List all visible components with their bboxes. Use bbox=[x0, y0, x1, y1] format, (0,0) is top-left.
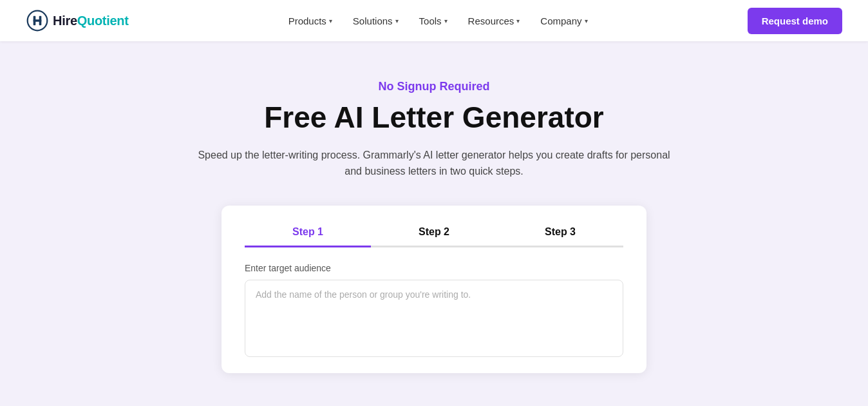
chevron-down-icon: ▾ bbox=[585, 17, 588, 24]
chevron-down-icon: ▾ bbox=[395, 17, 399, 24]
svg-rect-3 bbox=[33, 19, 42, 22]
nav-item-solutions[interactable]: Solutions ▾ bbox=[353, 15, 399, 26]
nav-link-resources[interactable]: Resources ▾ bbox=[468, 15, 520, 26]
hero-subtitle: Speed up the letter-writing process. Gra… bbox=[189, 147, 679, 180]
nav-item-products[interactable]: Products ▾ bbox=[288, 15, 332, 26]
nav-link-solutions[interactable]: Solutions ▾ bbox=[353, 15, 399, 26]
progress-bar-3 bbox=[497, 246, 623, 247]
nav-link-tools[interactable]: Tools ▾ bbox=[419, 15, 448, 26]
navbar: HireQuotient Products ▾ Solutions ▾ Tool… bbox=[0, 0, 868, 41]
nav-links: Products ▾ Solutions ▾ Tools ▾ Resources… bbox=[288, 15, 588, 26]
form-label: Enter target audience bbox=[245, 263, 623, 273]
nav-link-company[interactable]: Company ▾ bbox=[540, 15, 587, 26]
nav-link-products[interactable]: Products ▾ bbox=[288, 15, 332, 26]
request-demo-button[interactable]: Request demo bbox=[748, 8, 842, 34]
nav-item-resources[interactable]: Resources ▾ bbox=[468, 15, 520, 26]
step-3-tab[interactable]: Step 3 bbox=[497, 226, 623, 246]
progress-bar-2 bbox=[371, 246, 497, 247]
chevron-down-icon: ▾ bbox=[444, 17, 448, 24]
steps-progress bbox=[245, 246, 623, 247]
hero-eyebrow: No Signup Required bbox=[379, 80, 490, 93]
progress-bar-1 bbox=[245, 246, 371, 247]
hero-section: No Signup Required Free AI Letter Genera… bbox=[0, 41, 868, 399]
target-audience-input[interactable] bbox=[245, 280, 623, 357]
chevron-down-icon: ▾ bbox=[329, 17, 332, 24]
logo-text: HireQuotient bbox=[53, 14, 129, 28]
generator-card: Step 1 Step 2 Step 3 Enter target audien… bbox=[222, 206, 646, 373]
step-1-tab[interactable]: Step 1 bbox=[245, 226, 371, 246]
steps-header: Step 1 Step 2 Step 3 bbox=[245, 226, 623, 246]
nav-item-company[interactable]: Company ▾ bbox=[540, 15, 587, 26]
logo-icon bbox=[26, 9, 49, 32]
chevron-down-icon: ▾ bbox=[516, 17, 520, 24]
hero-title: Free AI Letter Generator bbox=[264, 101, 603, 134]
nav-item-tools[interactable]: Tools ▾ bbox=[419, 15, 448, 26]
step-2-tab[interactable]: Step 2 bbox=[371, 226, 497, 246]
logo[interactable]: HireQuotient bbox=[26, 9, 129, 32]
